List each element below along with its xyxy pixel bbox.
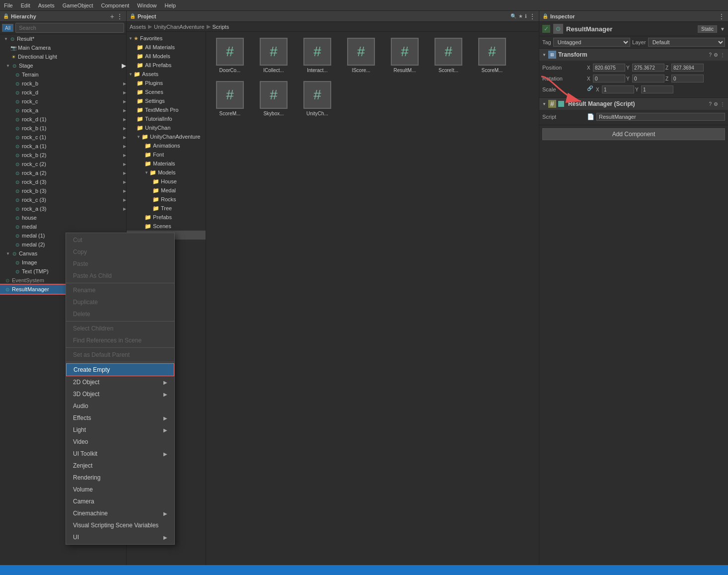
tree-plugins[interactable]: 📁 Plugins xyxy=(127,79,206,87)
tree-all-prefabs[interactable]: 📁 All Prefabs xyxy=(127,61,206,70)
script-checkbox[interactable] xyxy=(558,101,564,107)
scale-x-input[interactable] xyxy=(602,85,634,93)
toolbar-menu-window[interactable]: Window xyxy=(135,2,158,8)
inspector-static-arrow[interactable]: ▼ xyxy=(720,26,725,32)
script-value-input[interactable] xyxy=(596,113,725,121)
hierarchy-item-rock-a3[interactable]: ⊙ rock_a (3) ▶ xyxy=(0,204,126,213)
asset-interact[interactable]: # Interact... xyxy=(297,36,337,75)
tree-tutorialinfo[interactable]: 📁 TutorialInfo xyxy=(127,114,206,123)
inspector-checkbox[interactable]: ✓ xyxy=(542,25,550,33)
rotation-x-input[interactable] xyxy=(593,75,625,82)
hierarchy-item-main-camera[interactable]: 📷 Main Camera xyxy=(0,43,126,52)
transform-settings-btn[interactable]: ⚙ xyxy=(714,52,718,58)
hierarchy-item-result[interactable]: ▼ ⊙ Result* xyxy=(0,34,126,43)
hierarchy-item-rock-c1[interactable]: ⊙ rock_c (1) ▶ xyxy=(0,133,126,142)
hierarchy-item-rock-a[interactable]: ⊙ rock_a ▶ xyxy=(0,106,126,115)
asset-scorem2[interactable]: # ScoreM... xyxy=(210,79,250,118)
tree-settings[interactable]: 📁 Settings xyxy=(127,96,206,105)
tree-all-models[interactable]: 📁 All Models xyxy=(127,52,206,61)
position-z-input[interactable] xyxy=(671,64,704,72)
ctx-volume[interactable]: Volume xyxy=(66,484,174,495)
hierarchy-item-rock-c[interactable]: ⊙ rock_c ▶ xyxy=(0,97,126,106)
ctx-ui[interactable]: UI ▶ xyxy=(66,531,174,543)
tree-unitychan[interactable]: 📁 UnityChan xyxy=(127,123,206,132)
ctx-video[interactable]: Video xyxy=(66,436,174,448)
toolbar-menu-edit[interactable]: Edit xyxy=(19,2,32,8)
ctx-zenject[interactable]: Zenject xyxy=(66,460,174,472)
ctx-2d-object[interactable]: 2D Object ▶ xyxy=(66,376,174,388)
hierarchy-item-rock-c2[interactable]: ⊙ rock_c (2) ▶ xyxy=(0,160,126,168)
rotation-y-input[interactable] xyxy=(632,75,664,82)
inspector-static-button[interactable]: Static xyxy=(698,25,717,33)
hierarchy-item-rock-b[interactable]: ⊙ rock_b ▶ xyxy=(0,79,126,88)
ctx-cinemachine[interactable]: Cinemachine ▶ xyxy=(66,507,174,519)
script-info-btn[interactable]: ? xyxy=(709,101,712,107)
toolbar-menu-help[interactable]: Help xyxy=(162,2,178,8)
scale-y-input[interactable] xyxy=(641,85,673,93)
toolbar-menu-assets[interactable]: Assets xyxy=(36,2,57,8)
asset-scoreit[interactable]: # ScoreIt... xyxy=(429,36,468,75)
tree-scenes[interactable]: 📁 Scenes xyxy=(127,87,206,96)
ctx-light[interactable]: Light ▶ xyxy=(66,424,174,436)
tree-unitychan-adventure[interactable]: ▼ 📁 UnityChanAdventure xyxy=(127,132,206,141)
ctx-set-default-parent[interactable]: Set as Default Parent xyxy=(66,349,174,361)
transform-header[interactable]: ▼ ⊞ Transform ? ⚙ ⋮ xyxy=(539,49,728,61)
hierarchy-item-terrain[interactable]: ⊙ Terrain xyxy=(0,70,126,79)
script-more-btn[interactable]: ⋮ xyxy=(720,101,725,107)
tag-select[interactable]: Untagged xyxy=(553,38,630,47)
tree-animations[interactable]: 📁 Animations xyxy=(127,141,206,150)
ctx-cut[interactable]: Cut xyxy=(66,234,174,246)
hierarchy-more-icon[interactable]: ⋮ xyxy=(116,12,123,20)
ctx-delete[interactable]: Delete xyxy=(66,308,174,320)
tree-materials[interactable]: 📁 Materials xyxy=(127,159,206,168)
hierarchy-item-rock-b2[interactable]: ⊙ rock_b (2) ▶ xyxy=(0,151,126,160)
rotation-z-input[interactable] xyxy=(671,75,704,82)
asset-door-co[interactable]: # DoorCo... xyxy=(210,36,250,75)
ctx-rename[interactable]: Rename xyxy=(66,284,174,296)
transform-info-btn[interactable]: ? xyxy=(709,52,712,58)
asset-icollect[interactable]: # ICollect... xyxy=(254,36,293,75)
tree-prefabs[interactable]: 📁 Prefabs xyxy=(127,213,206,222)
ctx-paste[interactable]: Paste xyxy=(66,258,174,270)
ctx-3d-object[interactable]: 3D Object ▶ xyxy=(66,388,174,400)
toolbar-menu-component[interactable]: Component xyxy=(99,2,131,8)
transform-more-btn[interactable]: ⋮ xyxy=(720,52,725,58)
hierarchy-all-tab[interactable]: All xyxy=(2,24,13,32)
hierarchy-item-rock-b1[interactable]: ⊙ rock_b (1) ▶ xyxy=(0,124,126,133)
tree-assets[interactable]: ▼ 📁 Assets xyxy=(127,70,206,79)
hierarchy-add-icon[interactable]: + xyxy=(110,12,114,20)
project-bookmark-icon[interactable]: ★ xyxy=(518,13,523,19)
asset-skybox[interactable]: # Skybox... xyxy=(254,79,293,118)
hierarchy-item-medal[interactable]: ⊙ medal xyxy=(0,222,126,231)
tree-house[interactable]: 📁 House xyxy=(127,177,206,186)
project-more-icon[interactable]: ⋮ xyxy=(529,12,536,20)
hierarchy-item-directional-light[interactable]: ☀ Directional Light xyxy=(0,52,126,61)
ctx-duplicate[interactable]: Duplicate xyxy=(66,296,174,308)
hierarchy-item-rock-c3[interactable]: ⊙ rock_c (3) ▶ xyxy=(0,195,126,204)
ctx-copy[interactable]: Copy xyxy=(66,246,174,258)
ctx-audio[interactable]: Audio xyxy=(66,400,174,412)
position-x-input[interactable] xyxy=(593,64,625,72)
tree-scenes2[interactable]: 📁 Scenes xyxy=(127,222,206,231)
ctx-ui-toolkit[interactable]: UI Toolkit ▶ xyxy=(66,448,174,460)
hierarchy-item-house[interactable]: ⊙ house xyxy=(0,213,126,222)
ctx-effects[interactable]: Effects ▶ xyxy=(66,412,174,424)
tree-textmesh-pro[interactable]: 📁 TextMesh Pro xyxy=(127,105,206,114)
breadcrumb-unitychanadventure[interactable]: UnityChanAdventure xyxy=(154,24,205,30)
hierarchy-item-rock-d3[interactable]: ⊙ rock_d (3) ▶ xyxy=(0,177,126,186)
ctx-paste-as-child[interactable]: Paste As Child xyxy=(66,270,174,282)
position-y-input[interactable] xyxy=(632,64,664,72)
tree-font[interactable]: 📁 Font xyxy=(127,150,206,159)
asset-scorem[interactable]: # ScoreM... xyxy=(472,36,512,75)
ctx-create-empty[interactable]: Create Empty xyxy=(66,363,174,376)
project-info-icon[interactable]: ℹ xyxy=(525,13,527,19)
hierarchy-item-rock-b3[interactable]: ⊙ rock_b (3) ▶ xyxy=(0,186,126,195)
hierarchy-item-rock-d1[interactable]: ⊙ rock_d (1) ▶ xyxy=(0,115,126,124)
ctx-visual-scripting[interactable]: Visual Scripting Scene Variables xyxy=(66,519,174,531)
breadcrumb-assets[interactable]: Assets xyxy=(130,24,146,30)
ctx-find-references[interactable]: Find References in Scene xyxy=(66,334,174,346)
inspector-more-icon[interactable]: ⋮ xyxy=(718,12,725,20)
add-component-button[interactable]: Add Component xyxy=(542,128,725,140)
ctx-select-children[interactable]: Select Children xyxy=(66,323,174,334)
tree-favorites[interactable]: ▼ ★ Favorites xyxy=(127,34,206,43)
